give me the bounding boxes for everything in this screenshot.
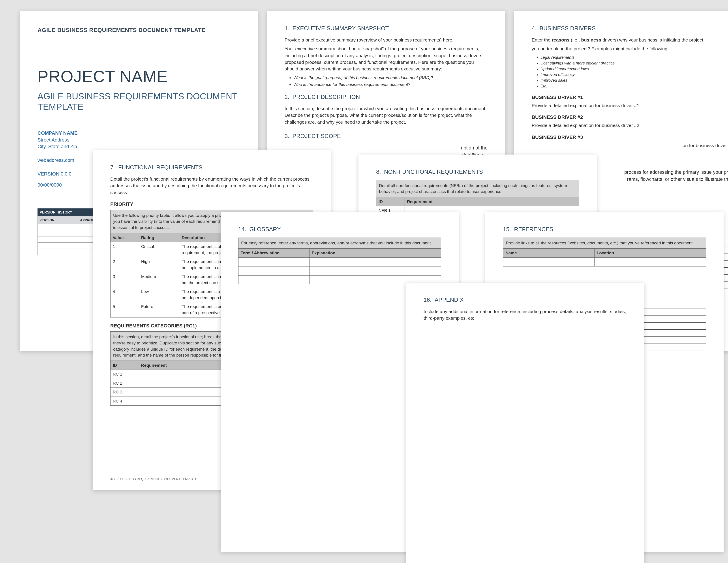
body-text: In this section, describe the project fo… <box>285 105 488 125</box>
subheading-priority: PRIORITY <box>110 201 313 208</box>
col-id: ID <box>111 361 139 370</box>
vh-col-version: VERSION <box>38 216 78 224</box>
list-item: Improved efficiency <box>540 72 728 77</box>
col-term: Term / Abbreviation <box>238 248 310 258</box>
body-text-fragment: on for business driver #3. <box>532 142 728 149</box>
table-row <box>238 257 441 266</box>
glossary-intro-box: For easy reference, enter any terms, abb… <box>238 237 441 248</box>
table-row <box>503 257 706 266</box>
section-heading-appendix: 16.APPENDIX <box>424 296 627 304</box>
references-intro-box: Provide links to all the resources (webs… <box>503 237 706 248</box>
section-heading-exec-summary: 1.EXECUTIVE SUMMARY SNAPSHOT <box>285 24 488 33</box>
col-rating: Rating <box>139 233 179 242</box>
col-id: ID <box>376 197 405 206</box>
list-item: Improved sales <box>540 77 728 83</box>
section-heading-functional-req: 7.FUNCTIONAL REQUIREMENTS <box>110 163 313 172</box>
section-heading-project-desc: 2.PROJECT DESCRIPTION <box>285 93 488 101</box>
page-footer: AGILE BUSINESS REQUIREMENTS DOCUMENT TEM… <box>110 477 197 481</box>
list-item: Cost savings with a more efficient pract… <box>540 60 728 66</box>
company-name: COMPANY NAME <box>38 130 240 137</box>
company-addr1: Street Address <box>38 137 240 143</box>
section-heading-nfr: 8.NON-FUNCTIONAL REQUIREMENTS <box>376 168 579 176</box>
company-addr2: City, State and Zip <box>38 143 240 150</box>
body-text: Provide a detailed explanation for busin… <box>532 102 728 109</box>
list-item: Updated import/export laws <box>540 66 728 72</box>
list-item: What is the goal (purpose) of this busin… <box>293 75 488 81</box>
table-row <box>238 266 441 275</box>
subheading: BUSINESS DRIVER #2 <box>532 114 728 121</box>
doc-type-label: AGILE BUSINESS REQUIREMENTS DOCUMENT TEM… <box>38 26 240 34</box>
bullet-list: What is the goal (purpose) of this busin… <box>293 75 488 88</box>
body-text: Provide a detailed explanation for busin… <box>532 122 728 129</box>
list-item: Who is the audience for this business re… <box>293 81 488 88</box>
body-text: Enter the reasons (i.e., business driver… <box>532 37 728 43</box>
body-text: Detail the project's functional requirem… <box>110 176 313 196</box>
col-requirement: Requirement <box>405 197 579 206</box>
col-location: Location <box>594 248 706 258</box>
bullet-list: Legal requirements Cost savings with a m… <box>540 55 728 89</box>
body-text: Include any additional information for r… <box>424 308 627 322</box>
section-heading-project-scope: 3.PROJECT SCOPE <box>285 132 488 140</box>
body-text: Provide a brief executive summary (overv… <box>285 37 488 43</box>
col-value: Value <box>111 233 139 242</box>
glossary-table: Term / Abbreviation Explanation <box>238 248 441 285</box>
references-table: Name Location <box>503 248 706 266</box>
section-heading-business-drivers: 4.BUSINESS DRIVERS <box>532 24 728 33</box>
section-heading-glossary: 14.GLOSSARY <box>238 225 441 233</box>
nfr-intro-box: Detail all non-functional requirements (… <box>376 180 579 197</box>
subheading: BUSINESS DRIVER #1 <box>532 94 728 101</box>
list-item: Legal requirements <box>540 55 728 60</box>
project-subtitle: AGILE BUSINESS REQUIREMENTS DOCUMENT TEM… <box>38 91 240 112</box>
company-block: COMPANY NAME Street Address City, State … <box>38 130 240 150</box>
body-text: you undertaking the project? Examples mi… <box>532 45 728 52</box>
list-item: Etc. <box>540 83 728 89</box>
page-appendix: 16.APPENDIX Include any additional infor… <box>406 283 644 563</box>
section-heading-references: 15.REFERENCES <box>503 225 706 233</box>
body-text: Your executive summary should be a "snap… <box>285 45 488 72</box>
subheading: BUSINESS DRIVER #3 <box>532 134 728 141</box>
project-title: PROJECT NAME <box>38 65 240 88</box>
col-name: Name <box>503 248 595 258</box>
col-explanation: Explanation <box>309 248 441 258</box>
